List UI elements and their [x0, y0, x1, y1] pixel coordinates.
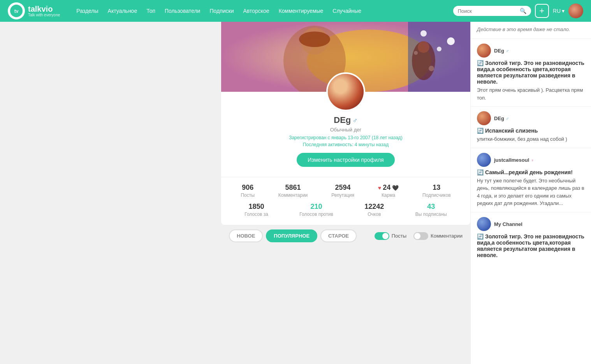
heart-icon: ♥	[378, 185, 381, 191]
reputation-value: 2594	[331, 184, 354, 192]
stats-row-1: 906 Посты 5861 Комментарии 2594 Репутаци…	[221, 177, 470, 201]
main-nav: Разделы Актуальное Топ Пользователи Подп…	[72, 0, 366, 22]
stat-posts: 906 Посты	[241, 184, 254, 198]
tab-popular[interactable]: ПОПУЛЯРНОЕ	[266, 229, 317, 242]
svg-point-8	[447, 37, 455, 45]
main-layout: DEg ♂ Обычный дег Зарегистрирован с янва…	[0, 22, 591, 364]
sidebar-username[interactable]: My Channel	[494, 221, 522, 227]
svg-point-6	[437, 47, 441, 51]
sidebar-post-title[interactable]: Испанский слизень	[477, 128, 585, 134]
stat-comments: 5861 Комментарии	[278, 184, 308, 198]
sidebar-user-row: DEg ♂	[477, 44, 585, 58]
stat-votes-down: 210 Голосов против	[299, 203, 333, 217]
sidebar-top-item: Действие в это время даже не стало.	[471, 22, 591, 39]
gender-icon: ♂	[352, 117, 358, 124]
gender-icon: ♂	[506, 116, 509, 121]
profile-avatar	[326, 72, 365, 111]
tab-new[interactable]: НОВОЕ	[229, 229, 263, 242]
nav-users[interactable]: Пользователи	[160, 0, 205, 22]
comments-toggle-label: Комментарии	[431, 233, 463, 239]
toggle-row: Посты Комментарии	[375, 232, 463, 240]
comments-label: Комментарии	[278, 192, 308, 198]
list-item: DEg ♂ Золотой тигр. Это не разновидность…	[471, 39, 591, 107]
karma-value: 24	[383, 184, 390, 192]
nav-actual[interactable]: Актуальное	[103, 0, 142, 22]
karma-label: Карма	[378, 192, 399, 198]
posts-toggle-label: Посты	[392, 233, 406, 239]
nav-sections[interactable]: Разделы	[72, 0, 103, 22]
list-item: justcallmesoul ♀ Самый...редкий день рож…	[471, 148, 591, 212]
points-value: 12242	[364, 203, 384, 211]
posts-toggle-item: Посты	[375, 232, 406, 240]
subscribed-label: Вы подписаны	[415, 212, 447, 217]
profile-registered: Зарегистрирован с январь 13-го 2007 (18 …	[229, 135, 463, 140]
sidebar-comment-text: Ну тут уже полегче будет. Это необычный …	[477, 177, 585, 207]
nav-authored[interactable]: Авторское	[238, 0, 274, 22]
search-input[interactable]	[458, 8, 520, 14]
sidebar-avatar	[477, 44, 491, 58]
subscribers-label: Подписчиков	[422, 192, 451, 198]
avatar-image	[568, 4, 583, 18]
sidebar-username[interactable]: DEg	[494, 116, 504, 121]
sidebar-user-row: DEg ♂	[477, 111, 585, 125]
subscribers-value: 13	[422, 184, 451, 192]
profile-name-row: DEg ♂	[229, 115, 463, 125]
gender-icon: ♂	[506, 49, 509, 53]
sidebar-avatar	[477, 217, 491, 231]
language-button[interactable]: RU ▾	[553, 8, 565, 14]
list-item: My Channel Золотой тигр. Это не разновид…	[471, 212, 591, 264]
stats-row-2: 1850 Голосов за 210 Голосов против 12242…	[221, 201, 470, 225]
profile-description: Обычный дег	[229, 127, 463, 133]
comments-toggle-item: Комментарии	[413, 232, 463, 240]
nav-subscriptions[interactable]: Подписки	[205, 0, 238, 22]
reputation-label: Репутация	[331, 192, 354, 198]
sidebar-comment-text: Этот прям очень красивый ). Расцветка пр…	[477, 86, 585, 102]
list-item: DEg ♂ Испанский слизень улитки-бомжики, …	[471, 107, 591, 148]
sidebar-post-title[interactable]: Самый...редкий день рождения!	[477, 169, 585, 175]
sidebar-user-row: justcallmesoul ♀	[477, 153, 585, 167]
logo-circle: tv	[8, 2, 25, 19]
nav-commented[interactable]: Комментируемые	[274, 0, 328, 22]
posts-toggle-knob	[382, 233, 389, 239]
profile-avatar-image	[328, 74, 364, 110]
header-right: 🔍 + RU ▾	[453, 4, 583, 18]
comments-toggle[interactable]	[413, 232, 428, 240]
svg-point-12	[299, 32, 330, 47]
profile-last-activity: Последняя активность: 4 минуты назад	[229, 142, 463, 147]
sidebar-username[interactable]: justcallmesoul	[494, 157, 529, 163]
search-box[interactable]: 🔍	[453, 6, 531, 16]
stat-votes-up: 1850 Голосов за	[244, 203, 268, 217]
sidebar-avatar	[477, 111, 491, 125]
posts-toggle[interactable]	[375, 232, 389, 240]
edit-profile-button[interactable]: Изменить настройки профиля	[297, 153, 394, 167]
sidebar-user-row: My Channel	[477, 217, 585, 231]
nav-random[interactable]: Случайные	[328, 0, 366, 22]
posts-value: 906	[241, 184, 254, 192]
sidebar-post-title[interactable]: Золотой тигр. Это не разновидность вида,…	[477, 233, 585, 258]
sidebar-comment-text: улитки-бомжики, без дома над собой )	[477, 135, 585, 143]
tabs-bar: НОВОЕ ПОПУЛЯРНОЕ СТАРОЕ Посты Комментари…	[221, 225, 470, 247]
votes-down-label: Голосов против	[299, 212, 333, 217]
stat-subscribers: 13 Подписчиков	[422, 184, 451, 198]
nav-top[interactable]: Топ	[142, 0, 160, 22]
user-avatar-button[interactable]	[568, 4, 583, 18]
profile-info: DEg ♂ Обычный дег Зарегистрирован с янва…	[221, 111, 470, 171]
karma-wrap: ♥ 24 🖤	[378, 184, 399, 192]
tab-old[interactable]: СТАРОЕ	[320, 229, 357, 242]
stat-reputation: 2594 Репутация	[331, 184, 354, 198]
svg-text:tv: tv	[14, 9, 19, 14]
left-spacer	[0, 22, 221, 364]
logo[interactable]: tv talkvio Talk with everyone	[8, 2, 60, 19]
profile-username: DEg	[334, 115, 351, 125]
stat-karma: ♥ 24 🖤 Карма	[378, 184, 399, 198]
sidebar-username[interactable]: DEg	[494, 48, 504, 54]
posts-label: Посты	[241, 192, 254, 198]
comments-value: 5861	[278, 184, 308, 192]
profile-card: DEg ♂ Обычный дег Зарегистрирован с янва…	[221, 22, 470, 225]
sidebar-post-title[interactable]: Золотой тигр. Это не разновидность вида,…	[477, 60, 585, 85]
add-button[interactable]: +	[535, 4, 549, 18]
chevron-down-icon: ▾	[562, 8, 565, 14]
stat-points: 12242 Очков	[364, 203, 384, 217]
subscribed-value: 43	[415, 203, 447, 211]
heart-broken-icon: 🖤	[392, 185, 399, 191]
